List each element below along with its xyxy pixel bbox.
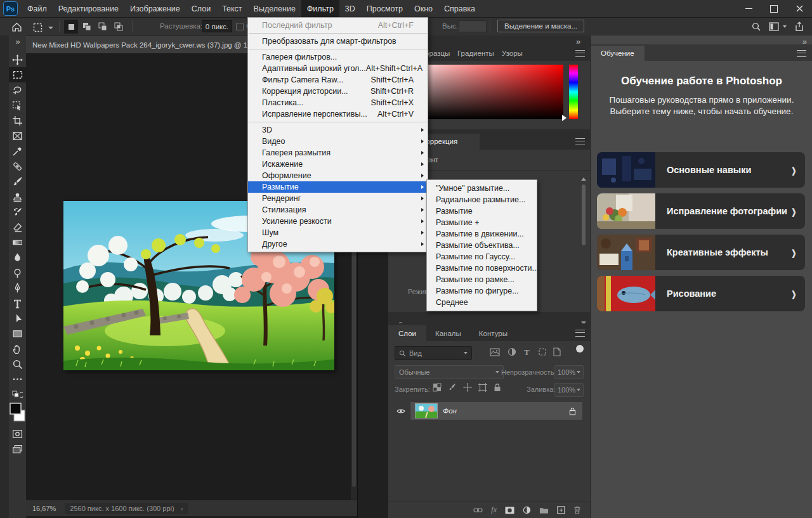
document-info[interactable]: 2560 пикс. x 1600 пикс. (300 ppi) › (65, 503, 188, 514)
menu-select[interactable]: Выделение (248, 0, 301, 17)
menu-edit[interactable]: Редактирование (53, 0, 124, 17)
blend-mode-select[interactable]: Обычные (395, 365, 504, 379)
filter-smart-objects-icon[interactable] (553, 347, 561, 356)
pen-tool-icon[interactable] (9, 280, 26, 295)
rectangular-marquee-tool-icon[interactable] (9, 67, 26, 82)
move-tool-icon[interactable] (9, 52, 26, 67)
tab-paths[interactable]: Контуры (470, 325, 516, 341)
menu-item-filter-gallery[interactable]: Галерея фильтров... (248, 51, 428, 63)
filter-pixel-layers-icon[interactable] (490, 348, 500, 356)
rectangle-tool-icon[interactable] (9, 326, 26, 341)
scrollbar-thumb[interactable] (582, 185, 586, 245)
menu-item-last-filter[interactable]: Последний фильтр Alt+Ctrl+F (248, 20, 428, 31)
menu-layers[interactable]: Слои (186, 0, 216, 17)
add-to-selection-button[interactable] (80, 20, 94, 34)
menu-window[interactable]: Окно (409, 0, 438, 17)
submenu-item-smart-blur[interactable]: "Умное" размытие... (427, 183, 537, 194)
lock-transparency-icon[interactable] (433, 383, 442, 392)
dodge-tool-icon[interactable] (9, 265, 26, 280)
new-selection-button[interactable] (64, 20, 78, 34)
menu-item-camera-raw-filter[interactable]: Фильтр Camera Raw...Shift+Ctrl+A (248, 74, 428, 86)
zoom-level[interactable]: 16,67% (32, 505, 56, 512)
select-and-mask-button[interactable]: Выделение и маска... (497, 20, 584, 32)
foreground-background-swatches[interactable] (9, 401, 26, 426)
menu-item-distort[interactable]: Искажение (248, 159, 428, 170)
link-layers-icon[interactable] (473, 507, 483, 513)
panel-menu-icon[interactable] (575, 330, 585, 337)
menu-item-pixelate[interactable]: Оформление (248, 170, 428, 181)
layer-thumbnail[interactable] (416, 404, 437, 418)
spot-healing-brush-tool-icon[interactable] (9, 159, 26, 174)
layer-filter-type-select[interactable]: Вид (395, 346, 472, 360)
layer-name[interactable]: Фон (443, 407, 457, 415)
close-button[interactable] (787, 0, 812, 17)
layer-visibility-toggle[interactable] (392, 402, 410, 420)
menu-image[interactable]: Изображение (124, 0, 186, 17)
menu-item-stylize[interactable]: Стилизация (248, 204, 428, 216)
opacity-input[interactable]: 100% (554, 365, 584, 379)
hue-slider[interactable] (569, 65, 578, 119)
menu-item-blur[interactable]: Размытие (248, 181, 428, 193)
menu-item-convert-smart-filters[interactable]: Преобразовать для смарт-фильтров (248, 36, 428, 47)
learn-card-basics[interactable]: Основные навыки › (597, 152, 805, 188)
eraser-tool-icon[interactable] (9, 219, 26, 235)
type-tool-icon[interactable] (9, 295, 26, 311)
learn-card-creative[interactable]: Креативные эффекты › (597, 235, 805, 270)
panel-menu-icon[interactable] (797, 50, 806, 57)
layer-lock-icon[interactable] (569, 407, 576, 415)
document-tab[interactable]: New Mixed HD Wallpapers Pack 264_igoryk_… (26, 36, 247, 53)
zoom-tool-icon[interactable] (9, 356, 26, 372)
intersect-selection-button[interactable] (112, 20, 126, 34)
layer-row-background[interactable]: Фон (392, 402, 582, 420)
subtract-from-selection-button[interactable] (96, 20, 110, 34)
delete-layer-icon[interactable] (573, 506, 581, 514)
submenu-item-blur-more[interactable]: Размытие + (427, 217, 537, 228)
new-group-icon[interactable] (539, 507, 549, 514)
menu-filter[interactable]: Фильтр (301, 0, 339, 17)
hand-tool-icon[interactable] (9, 341, 26, 356)
default-swap-colors-icon[interactable] (9, 389, 26, 401)
menu-item-3d[interactable]: 3D (248, 124, 428, 136)
panel-menu-icon[interactable] (575, 138, 585, 145)
menu-item-video[interactable]: Видео (248, 136, 428, 147)
new-adjustment-layer-icon[interactable] (523, 506, 531, 514)
path-selection-tool-icon[interactable] (9, 311, 26, 326)
properties-scrollbar[interactable] (580, 175, 587, 333)
workspace-switcher-icon[interactable] (769, 22, 779, 31)
crop-tool-icon[interactable] (9, 113, 26, 128)
gradient-tool-icon[interactable] (9, 235, 26, 250)
tab-patterns[interactable]: Узоры (494, 46, 531, 61)
object-selection-tool-icon[interactable] (9, 98, 26, 113)
lock-position-icon[interactable] (463, 383, 472, 392)
menu-type[interactable]: Текст (216, 0, 247, 17)
lock-pixels-icon[interactable] (448, 383, 457, 392)
share-icon[interactable] (794, 21, 804, 32)
menu-item-other[interactable]: Другое (248, 238, 428, 250)
menu-item-liquify[interactable]: Пластика...Shift+Ctrl+X (248, 97, 428, 108)
menu-item-adaptive-wide-angle[interactable]: Адаптивный широкий угол...Alt+Shift+Ctrl… (248, 63, 428, 74)
submenu-item-average[interactable]: Среднее (427, 297, 537, 308)
tool-preset-chevron-icon[interactable] (48, 27, 53, 29)
submenu-item-surface-blur[interactable]: Размытие по поверхности... (427, 262, 537, 274)
tab-layers[interactable]: Слои (388, 325, 426, 341)
search-icon[interactable] (751, 22, 761, 32)
brush-tool-icon[interactable] (9, 174, 26, 189)
filter-adjustment-layers-icon[interactable] (508, 347, 516, 356)
menu-item-sharpen[interactable]: Усиление резкости (248, 216, 428, 227)
expand-toolbar-icon[interactable]: » (9, 36, 26, 47)
edit-toolbar-icon[interactable] (9, 372, 26, 387)
menu-item-vanishing-point[interactable]: Исправление перспективы...Alt+Ctrl+V (248, 108, 428, 120)
menu-item-noise[interactable]: Шум (248, 227, 428, 238)
minimize-button[interactable] (736, 0, 761, 17)
panel-menu-icon[interactable] (575, 50, 585, 57)
home-icon[interactable] (11, 22, 22, 32)
menu-view[interactable]: Просмотр (361, 0, 409, 17)
height-input[interactable] (459, 20, 487, 32)
tab-channels[interactable]: Каналы (426, 325, 470, 341)
layer-effects-icon[interactable]: fx (491, 505, 497, 515)
eyedropper-tool-icon[interactable] (9, 143, 26, 159)
lock-artboard-icon[interactable] (478, 383, 487, 392)
tab-learn[interactable]: Обучение (591, 46, 645, 61)
menu-help[interactable]: Справка (438, 0, 481, 17)
filter-shape-layers-icon[interactable] (538, 347, 547, 356)
